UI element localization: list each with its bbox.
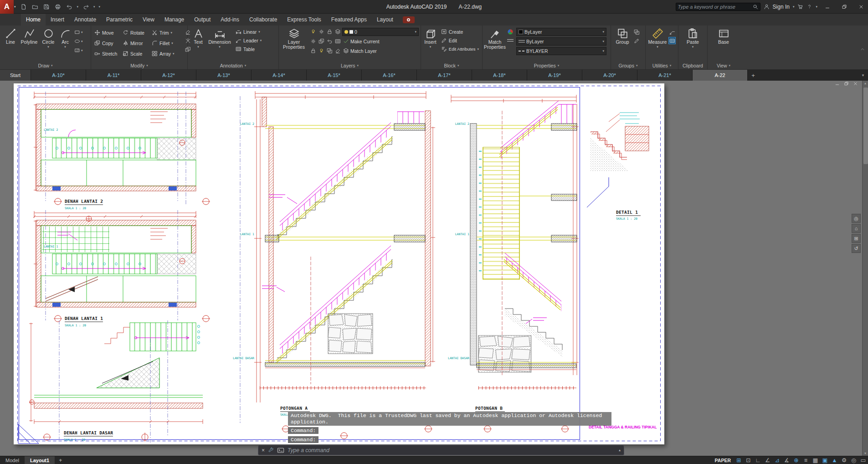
leader-button[interactable]: Leader▾ [234,36,263,45]
paste-button[interactable]: Paste▾ [683,27,703,49]
vertical-scrollbar[interactable]: ▴ ▾ [862,81,868,456]
file-tab-a12[interactable]: A-12* [141,70,196,81]
layer-properties-button[interactable]: Layer Properties [281,27,307,50]
file-tab-a18[interactable]: A-18* [472,70,527,81]
file-tab-start[interactable]: Start [0,70,31,81]
panel-label-block[interactable]: Block▾ [421,62,482,69]
match-layer-button[interactable]: Match Layer [342,48,378,54]
layer-isolate-icon[interactable] [318,28,325,36]
application-menu-button[interactable]: A [0,0,14,14]
new-layout-button[interactable]: + [55,457,66,464]
scrollbar-thumb[interactable] [863,88,868,164]
line-button[interactable]: Line [2,27,19,45]
isodraft-toggle[interactable]: ⊿ [772,457,782,464]
match-properties-button[interactable]: Match Properties [484,27,505,50]
layer-thaw-icon[interactable] [318,47,325,55]
stretch-button[interactable]: Stretch [93,49,121,58]
snap-toggle[interactable]: ⊡ [744,457,753,464]
file-tab-a17[interactable]: A-17* [417,70,472,81]
layout-paper[interactable]: LANTAI 2 DENAH LANTAI 2 SKALA 1 : 20 [14,83,664,444]
application-menu-caret-icon[interactable]: ▾ [14,5,16,9]
save-button[interactable] [43,3,51,10]
copy-button[interactable]: Copy [93,39,121,47]
undo-button[interactable] [66,3,73,10]
grid-toggle[interactable]: ⊞ [734,457,744,464]
base-view-button[interactable]: Base [714,27,734,45]
id-point-button[interactable] [668,28,676,36]
sign-in-button[interactable]: Sign In [773,4,790,10]
panel-label-annotation[interactable]: Annotation▾ [188,62,278,69]
help-icon[interactable] [806,4,812,10]
close-button[interactable] [854,0,868,14]
search-icon[interactable] [753,4,758,10]
doc-restore-icon[interactable] [844,81,849,86]
drawing-canvas[interactable]: LANTAI 2 DENAH LANTAI 2 SKALA 1 : 20 [0,81,868,456]
layout1-tab[interactable]: Layout1 [25,456,55,464]
full-navigation-wheel-icon[interactable]: ◎ [852,214,861,223]
object-color-dropdown[interactable]: ByLayer▾ [516,28,606,36]
panel-label-groups[interactable]: Groups▾ [611,62,645,69]
group-edit-button[interactable] [633,37,640,44]
file-tab-a16[interactable]: A-16* [362,70,417,81]
mirror-button[interactable]: Mirror [121,39,150,47]
circle-flyout-caret-icon[interactable]: ▾ [47,45,49,48]
panel-label-layers[interactable]: Layers▾ [279,62,421,69]
layer-lock-icon[interactable] [309,47,317,55]
make-current-button[interactable]: Make Current [342,38,380,44]
ribbon-tab-annotate[interactable]: Annotate [69,14,101,26]
polar-tracking-toggle[interactable]: ∠ [763,457,772,464]
undo-caret-icon[interactable]: ▾ [77,5,79,9]
ribbon-collapse-icon[interactable] [860,46,865,52]
minimize-button[interactable] [821,0,834,14]
polyline-button[interactable]: Polyline [19,27,39,45]
layer-dropdown[interactable]: 0 ▾ [342,28,419,36]
rotate-button[interactable]: Rotate [121,28,150,37]
search-input[interactable] [678,4,751,10]
help-caret-icon[interactable]: ▾ [816,5,817,9]
file-tab-a22[interactable]: A-22 [693,70,748,81]
panel-label-properties[interactable]: Properties▾ [483,62,611,69]
clean-screen-button[interactable]: ▭ [858,457,868,464]
array-button[interactable]: Array▾ [150,49,183,58]
doc-minimize-icon[interactable] [835,81,840,86]
file-tab-a10[interactable]: A-10* [31,70,86,81]
table-button[interactable]: Table [234,45,263,53]
model-tab[interactable]: Model [0,456,25,464]
dimension-button[interactable]: Dimension▾ [207,27,232,49]
lineweight-toggle[interactable]: ≡ [801,457,811,464]
new-tab-button[interactable]: + [748,70,759,81]
redo-caret-icon[interactable]: ▾ [93,5,95,9]
isolate-objects-button[interactable]: ◎ [849,457,858,464]
doc-close-icon[interactable] [853,81,858,86]
insert-block-button[interactable]: Insert▾ [423,27,438,49]
lineweight-dropdown[interactable]: ByLayer▾ [516,37,606,46]
panel-label-view[interactable]: View▾ [708,62,740,69]
ribbon-tab-insert[interactable]: Insert [46,14,69,26]
linear-dimension-button[interactable]: Linear▾ [234,27,263,36]
create-block-button[interactable]: Create [440,27,480,36]
command-customize-wrench-icon[interactable] [268,447,274,453]
panel-label-draw[interactable]: Draw▾ [0,62,91,69]
restore-button[interactable] [837,0,851,14]
workspace-switching-button[interactable]: ⚙ [839,457,849,464]
qat-customize-caret-icon[interactable]: ▾ [99,5,101,9]
recording-icon[interactable] [403,16,415,23]
layer-unlock-icon[interactable] [334,28,341,36]
paper-space-label[interactable]: PAPER [715,458,731,463]
group-button[interactable]: Group [613,27,632,45]
arc-flyout-caret-icon[interactable]: ▾ [64,45,66,48]
panel-label-modify[interactable]: Modify▾ [91,62,187,69]
command-close-icon[interactable]: × [262,448,265,453]
plot-button[interactable] [54,3,62,10]
selection-cycling-toggle[interactable]: ▣ [820,457,830,464]
layer-merge-icon[interactable] [326,47,333,55]
hatch-button[interactable]: ▾ [74,46,83,55]
arc-button[interactable]: Arc▾ [57,27,73,49]
layer-freeze-icon[interactable] [326,28,333,36]
ribbon-tab-parametric[interactable]: Parametric [101,14,138,26]
ungroup-button[interactable] [633,28,640,36]
command-input[interactable] [288,447,616,454]
transparency-toggle[interactable]: ▦ [811,457,820,464]
file-tab-a13[interactable]: A-13* [196,70,252,81]
edit-attributes-button[interactable]: Edit Attributes▾ [440,45,480,53]
